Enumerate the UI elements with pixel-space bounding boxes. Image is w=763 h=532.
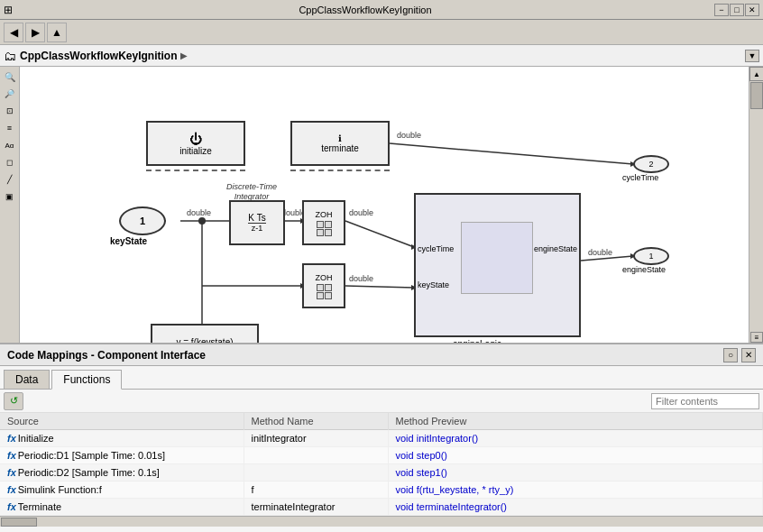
back-button[interactable]: ◀ [4,23,23,42]
method-preview-cell: void step1() [388,464,763,482]
col-header-method: Method Name [244,413,388,430]
list-button[interactable]: ≡ [2,120,18,136]
method-preview-cell: void step0() [388,447,763,464]
title-bar-controls: − □ ✕ [714,4,759,16]
discrete-time-label: Discrete-TimeIntegrator [220,182,283,202]
bottom-panel-header: Code Mappings - Component Interface ○ ✕ [0,344,763,366]
table-container: Source Method Name Method Preview fxInit… [0,413,763,516]
kts-block[interactable]: K Ts z-1 [229,200,285,245]
engine-logic-block[interactable]: cycleTime keyState engineState [414,193,581,337]
method-preview-link[interactable]: void step0() [396,450,447,461]
breadcrumb-text[interactable]: CppClassWorkflowKeyIgnition [20,50,177,62]
bottom-panel-scrollbar[interactable] [0,516,763,527]
method-name-cell[interactable]: f [244,482,388,499]
model-icon: 🗂 [4,49,16,63]
svg-text:double: double [397,131,421,140]
col-header-source: Source [0,413,244,430]
method-name-cell[interactable] [244,464,388,482]
source-cell: fxTerminate [0,499,244,516]
fit-button[interactable]: ⊡ [2,103,18,119]
method-name-cell[interactable] [244,447,388,464]
bottom-panel: Code Mappings - Component Interface ○ ✕ … [0,343,763,532]
method-preview-cell: void initIntegrator() [388,430,763,447]
font-button[interactable]: Aα [2,137,18,153]
title-bar-text: CppClassWorkflowKeyIgnition [16,5,714,15]
source-cell: fxPeriodic:D2 [Sample Time: 0.1s] [0,464,244,482]
source-cell: fxInitialize [0,430,244,447]
table-row[interactable]: fxInitialize initIntegrator void initInt… [0,430,763,447]
fx-icon: fx [7,450,16,461]
svg-point-18 [198,217,206,225]
line-button[interactable]: ╱ [2,171,18,188]
keystate-port[interactable]: 1 [119,206,166,235]
breadcrumb-arrow: ▶ [180,50,188,60]
svg-line-15 [390,143,633,164]
svg-text:double: double [588,248,612,257]
title-bar: ⊞ CppClassWorkflowKeyIgnition − □ ✕ [0,0,763,20]
svg-line-9 [345,286,414,288]
select-button[interactable]: ◻ [2,154,18,170]
initialize-block[interactable]: ⏻ initialize [146,121,245,166]
filter-input[interactable] [651,393,759,409]
box-button[interactable]: ▣ [2,188,18,205]
kts-label2: z-1 [248,223,265,233]
source-cell: fxPeriodic:D1 [Sample Time: 0.01s] [0,447,244,464]
cycletime-port[interactable]: 2 [633,155,669,173]
initialize-label: initialize [179,146,212,156]
close-button[interactable]: ✕ [745,4,759,16]
expand-button[interactable]: ▼ [745,50,759,62]
fx-icon: fx [7,484,16,495]
zoom-out-button[interactable]: 🔎 [2,86,18,102]
method-preview-cell: void f(rtu_keystate, * rty_y) [388,482,763,499]
table-row[interactable]: fxSimulink Function:f f void f(rtu_keyst… [0,482,763,499]
method-preview-link[interactable]: void step1() [396,467,447,478]
functions-table: Source Method Name Method Preview fxInit… [0,413,763,516]
zoom-in-button[interactable]: 🔍 [2,69,18,85]
kts-label1: K Ts [248,213,265,223]
scroll-thumb[interactable] [750,82,763,109]
keystate-label: keyState [110,236,147,246]
enginestate-port[interactable]: 1 [633,247,669,265]
table-row[interactable]: fxTerminate terminateIntegrator void ter… [0,499,763,516]
zoh1-block[interactable]: ZOH [302,200,345,245]
svg-text:double: double [187,208,211,217]
fx-icon: fx [7,467,16,478]
svg-line-6 [345,221,414,247]
enginestate-port-label: engineState [622,265,666,274]
terminate-label: terminate [321,143,359,153]
bottom-minimize-button[interactable]: ○ [723,348,738,362]
zoh2-block[interactable]: ZOH [302,263,345,308]
up-button[interactable]: ▲ [47,23,67,42]
svg-text:double: double [349,274,373,283]
scroll-up-button[interactable]: ▲ [749,67,763,81]
toolbar: ◀ ▶ ▲ [0,20,763,45]
bottom-panel-title: Code Mappings - Component Interface [7,349,206,362]
source-cell: fxSimulink Function:f [0,482,244,499]
fx-icon: fx [7,501,16,512]
fx-icon: fx [7,433,16,444]
tab-functions[interactable]: Functions [51,370,122,390]
bottom-panel-controls: ○ ✕ [723,348,756,362]
grid-icon: ⊞ [4,4,13,16]
method-preview-link[interactable]: void terminateIntegrator() [396,501,508,512]
method-name-cell[interactable]: initIntegrator [244,430,388,447]
refresh-button[interactable]: ↺ [4,392,23,410]
bottom-hscroll-thumb[interactable] [1,518,37,527]
bottom-toolbar: ↺ [0,390,763,413]
svg-line-12 [581,256,633,261]
method-preview-cell: void terminateIntegrator() [388,499,763,516]
method-preview-link[interactable]: void initIntegrator() [396,433,479,444]
terminate-block[interactable]: ℹ terminate [290,121,390,166]
method-preview-link[interactable]: void f(rtu_keystate, * rty_y) [396,484,514,495]
bottom-close-button[interactable]: ✕ [741,348,756,362]
method-name-cell[interactable]: terminateIntegrator [244,499,388,516]
table-row[interactable]: fxPeriodic:D2 [Sample Time: 0.1s] void s… [0,464,763,482]
tab-data[interactable]: Data [4,370,50,389]
table-row[interactable]: fxPeriodic:D1 [Sample Time: 0.01s] void … [0,447,763,464]
cycletime-port-label: cycleTime [622,173,658,182]
svg-text:double: double [349,208,373,217]
col-header-preview: Method Preview [388,413,763,430]
maximize-button[interactable]: □ [730,4,744,16]
forward-button[interactable]: ▶ [25,23,45,42]
minimize-button[interactable]: − [714,4,729,16]
